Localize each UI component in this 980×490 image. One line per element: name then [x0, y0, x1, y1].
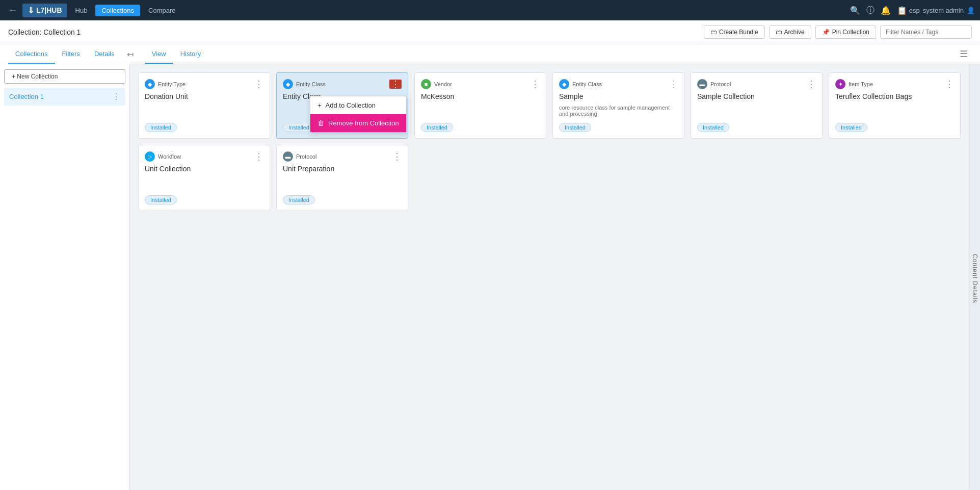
- user-label: system admin: [923, 7, 964, 14]
- card-type-7: ▬ Protocol: [283, 151, 316, 162]
- card-menu-button-5[interactable]: ⋮: [945, 80, 954, 89]
- add-label: Add to Collection: [326, 101, 376, 109]
- tab-view[interactable]: View: [145, 45, 173, 64]
- card-desc-3: core resource class for sample managemen…: [559, 105, 678, 117]
- logo-text: L7|HUB: [36, 6, 62, 14]
- user-avatar[interactable]: 👤: [967, 7, 975, 14]
- card-type-label-5: Item Type: [849, 81, 873, 87]
- filter-input[interactable]: [880, 25, 972, 39]
- card-type-icon-4: ▬: [697, 79, 707, 89]
- card-type-icon-1: ◆: [283, 79, 293, 89]
- card-header-6: ▷ Workflow ⋮: [145, 151, 263, 162]
- help-icon[interactable]: ⓘ: [866, 5, 875, 16]
- card-type-0: ◆ Entity Type: [145, 79, 186, 89]
- card-type-icon-6: ▷: [145, 151, 155, 162]
- card-title-3: Sample: [559, 92, 678, 100]
- card-title-6: Unit Collection: [145, 165, 263, 173]
- create-bundle-label: Create Bundle: [719, 29, 758, 36]
- back-button[interactable]: ←: [5, 3, 20, 18]
- cards-grid: ◆ Entity Type ⋮ Donation Unit Installed …: [138, 72, 961, 211]
- card-title-2: McKesson: [421, 92, 540, 100]
- logo-arrow-icon: ⇓: [28, 6, 34, 15]
- card-4: ▬ Protocol ⋮ Sample Collection Installed: [691, 72, 823, 139]
- remove-label: Remove from Collection: [328, 119, 399, 127]
- card-title-7: Unit Preparation: [283, 165, 402, 173]
- card-header-5: ✦ Item Type ⋮: [835, 79, 954, 89]
- logo[interactable]: ⇓ L7|HUB: [22, 4, 67, 17]
- hub-nav-button[interactable]: Hub: [69, 5, 94, 16]
- card-0: ◆ Entity Type ⋮ Donation Unit Installed: [138, 72, 270, 139]
- card-type-label-4: Protocol: [710, 81, 731, 87]
- page-title: Collection: Collection 1: [8, 28, 81, 36]
- esp-label: esp: [909, 7, 920, 14]
- compare-nav-button[interactable]: Compare: [142, 5, 181, 16]
- tabs-row: Collections Filters Details ↤ View Histo…: [0, 44, 980, 64]
- tab-collapse-icon[interactable]: ↤: [124, 45, 137, 63]
- tab-history[interactable]: History: [173, 45, 208, 64]
- card-badge-3: Installed: [559, 123, 591, 132]
- card-type-label-2: Vendor: [434, 81, 452, 87]
- card-badge-4: Installed: [697, 123, 729, 132]
- nav-icons: 🔍 ⓘ 🔔 📋: [850, 5, 907, 16]
- right-sidebar-label: Content Details: [971, 254, 978, 303]
- card-badge-7: Installed: [283, 195, 315, 204]
- card-7: ▬ Protocol ⋮ Unit Preparation Installed: [276, 145, 408, 211]
- card-menu-button-2[interactable]: ⋮: [531, 80, 540, 89]
- archive-button[interactable]: 🗃 Archive: [769, 25, 811, 39]
- card-menu-button-4[interactable]: ⋮: [807, 80, 816, 89]
- clipboard-icon[interactable]: 📋: [897, 6, 907, 15]
- card-type-5: ✦ Item Type: [835, 79, 873, 89]
- notification-icon[interactable]: 🔔: [881, 6, 891, 15]
- tab-details[interactable]: Details: [87, 45, 122, 64]
- card-badge-5: Installed: [835, 123, 867, 132]
- card-header-0: ◆ Entity Type ⋮: [145, 79, 263, 89]
- card-menu-button-1[interactable]: ⋮: [389, 80, 402, 89]
- card-type-label-3: Entity Class: [572, 81, 602, 87]
- card-type-4: ▬ Protocol: [697, 79, 731, 89]
- content-area: ◆ Entity Type ⋮ Donation Unit Installed …: [130, 64, 969, 490]
- pin-collection-button[interactable]: 📌 Pin Collection: [815, 25, 876, 39]
- archive-label: Archive: [784, 29, 805, 36]
- card-menu-button-7[interactable]: ⋮: [392, 152, 402, 161]
- tab-collections[interactable]: Collections: [8, 45, 55, 64]
- card-type-2: ■ Vendor: [421, 79, 452, 89]
- add-to-collection-item[interactable]: + Add to Collection: [310, 96, 406, 114]
- card-type-label-7: Protocol: [296, 153, 316, 160]
- header-actions: 🗃 Create Bundle 🗃 Archive 📌 Pin Collecti…: [704, 25, 972, 39]
- card-type-icon-0: ◆: [145, 79, 155, 89]
- tab-menu-icon[interactable]: ☰: [956, 44, 972, 64]
- new-collection-button[interactable]: + New Collection: [4, 69, 125, 84]
- create-bundle-button[interactable]: 🗃 Create Bundle: [704, 25, 765, 39]
- remove-from-collection-item[interactable]: 🗑 Remove from Collection: [310, 114, 406, 132]
- card-type-icon-5: ✦: [835, 79, 845, 89]
- create-bundle-icon: 🗃: [710, 29, 717, 36]
- tab-filters[interactable]: Filters: [55, 45, 87, 64]
- card-header-7: ▬ Protocol ⋮: [283, 151, 402, 162]
- card-menu-button-3[interactable]: ⋮: [669, 80, 678, 89]
- card-type-icon-2: ■: [421, 79, 431, 89]
- card-header-2: ■ Vendor ⋮: [421, 79, 540, 89]
- add-icon: +: [317, 101, 322, 109]
- card-type-label-1: Entity Class: [296, 81, 326, 87]
- sub-header: Collection: Collection 1 🗃 Create Bundle…: [0, 20, 980, 44]
- card-type-icon-3: ◆: [559, 79, 569, 89]
- collection-item-1[interactable]: Collection 1 ⋮: [4, 88, 125, 106]
- top-nav: ← ⇓ L7|HUB Hub Collections Compare 🔍 ⓘ 🔔…: [0, 0, 980, 20]
- right-sidebar[interactable]: Content Details: [969, 64, 980, 490]
- card-2: ■ Vendor ⋮ McKesson Installed: [414, 72, 546, 139]
- card-type-label-6: Workflow: [158, 153, 181, 160]
- collection-item-dots[interactable]: ⋮: [112, 92, 120, 101]
- card-3: ◆ Entity Class ⋮ Sample core resource cl…: [552, 72, 684, 139]
- remove-icon: 🗑: [317, 119, 324, 127]
- search-icon[interactable]: 🔍: [850, 6, 860, 15]
- collections-nav-button[interactable]: Collections: [95, 5, 140, 16]
- card-type-6: ▷ Workflow: [145, 151, 181, 162]
- card-badge-6: Installed: [145, 195, 177, 204]
- card-menu-button-6[interactable]: ⋮: [254, 152, 263, 161]
- archive-icon: 🗃: [776, 29, 782, 36]
- card-type-3: ◆ Entity Class: [559, 79, 602, 89]
- pin-icon: 📌: [822, 29, 830, 36]
- card-menu-button-0[interactable]: ⋮: [254, 80, 263, 89]
- card-header-4: ▬ Protocol ⋮: [697, 79, 816, 89]
- context-menu-1: + Add to Collection 🗑 Remove from Collec…: [310, 96, 407, 133]
